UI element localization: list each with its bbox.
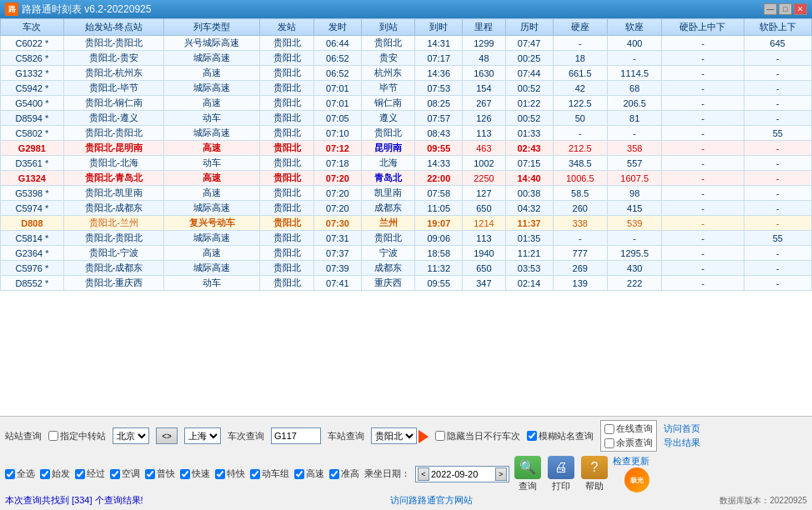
table-cell: 06:52 <box>313 51 361 66</box>
table-cell: 07:05 <box>313 111 361 126</box>
window-controls[interactable]: — □ ✕ <box>764 3 807 15</box>
table-cell: 14:33 <box>415 156 463 171</box>
table-row[interactable]: G2981贵阳北-昆明南高速贵阳北07:12昆明南09:5546302:4321… <box>1 141 812 156</box>
table-cell: 338 <box>553 216 607 231</box>
check-update-button[interactable]: 检查更新 <box>613 455 649 468</box>
table-row[interactable]: G2364 *贵阳北-宁波高速贵阳北07:37宁波18:58194011:217… <box>1 246 812 261</box>
all-select-group: 全选 <box>5 468 35 480</box>
start-checkbox[interactable] <box>40 469 50 479</box>
table-cell: C5974 * <box>1 201 64 216</box>
help-button[interactable]: ? 帮助 <box>581 456 608 492</box>
table-cell: 动车 <box>164 111 260 126</box>
table-row[interactable]: C5826 *贵阳北-贵安城际高速贵阳北06:52贵安07:174800:251… <box>1 51 812 66</box>
table-cell: - <box>662 231 744 246</box>
online-query-group: 在线查询 <box>604 422 653 435</box>
all-select-checkbox[interactable] <box>5 469 15 479</box>
table-cell: 14:36 <box>415 66 463 81</box>
train-number-input[interactable] <box>271 428 321 444</box>
table-row[interactable]: C6022 *贵阳北-贵阳北兴号城际高速贵阳北06:44贵阳北14:311299… <box>1 36 812 51</box>
table-row[interactable]: G1324贵阳北-青岛北高速贵阳北07:20青岛北22:00225014:401… <box>1 171 812 186</box>
table-cell: - <box>662 156 744 171</box>
station-select[interactable]: 贵阳北 <box>372 428 416 443</box>
transfer-checkbox[interactable] <box>48 431 58 441</box>
table-cell: - <box>662 96 744 111</box>
table-row[interactable]: C5814 *贵阳北-贵阳北城际高速贵阳北07:31贵阳北09:0611301:… <box>1 231 812 246</box>
table-cell: G1324 <box>1 171 64 186</box>
fuzzy-search-checkbox[interactable] <box>527 431 537 441</box>
query-button[interactable]: 🔍 查询 <box>514 456 541 492</box>
table-row[interactable]: D3561 *贵阳北-北海动车贵阳北07:18北海14:33100207:153… <box>1 156 812 171</box>
col-dur: 历时 <box>505 19 553 36</box>
quasi-checkbox[interactable] <box>329 469 339 479</box>
table-cell: - <box>662 246 744 261</box>
table-cell: 03:53 <box>505 261 553 276</box>
date-input[interactable] <box>431 469 494 479</box>
query-icon: 🔍 <box>514 456 541 479</box>
to-station-wrap[interactable]: 上海 <box>184 428 221 444</box>
table-row[interactable]: G5398 *贵阳北-凯里南高速贵阳北07:20凯里南07:5812700:38… <box>1 186 812 201</box>
table-row[interactable]: C5974 *贵阳北-成都东城际高速贵阳北07:20成都东11:0565004:… <box>1 201 812 216</box>
from-station-select[interactable]: 北京 <box>113 428 148 443</box>
remain-ticket-checkbox[interactable] <box>604 438 614 448</box>
normal-checkbox[interactable] <box>145 469 155 479</box>
table-cell: 城际高速 <box>164 201 260 216</box>
table-cell: 18:58 <box>415 246 463 261</box>
table-cell: 高速 <box>164 171 260 186</box>
table-cell: 14:40 <box>505 171 553 186</box>
table-row[interactable]: C5976 *贵阳北-成都东城际高速贵阳北07:39成都东11:3265003:… <box>1 261 812 276</box>
export-result-link[interactable]: 导出结果 <box>664 437 700 449</box>
table-cell: - <box>662 201 744 216</box>
table-cell: G2981 <box>1 141 64 156</box>
maximize-button[interactable]: □ <box>779 3 792 15</box>
swap-button[interactable]: <> <box>156 428 178 444</box>
fuzzy-search-group: 模糊站名查询 <box>527 430 594 442</box>
table-cell: C5826 * <box>1 51 64 66</box>
ac-group: 空调 <box>110 468 140 480</box>
remain-ticket-label: 余票查询 <box>616 437 653 449</box>
table-cell: 07:58 <box>415 186 463 201</box>
date-prev-button[interactable]: < <box>418 468 429 481</box>
col-soft-seat: 软座 <box>607 19 661 36</box>
table-cell: 贵阳北-毕节 <box>63 81 164 96</box>
table-cell: 11:37 <box>505 216 553 231</box>
minimize-button[interactable]: — <box>764 3 777 15</box>
visit-homepage-link[interactable]: 访问首页 <box>664 422 700 435</box>
dyn-checkbox[interactable] <box>250 469 260 479</box>
station-select-wrap[interactable]: 贵阳北 <box>371 428 417 444</box>
table-row[interactable]: D8552 *贵阳北-重庆西动车贵阳北07:41重庆西09:5534702:14… <box>1 276 812 291</box>
website-link[interactable]: 访问路路通官方网站 <box>390 494 473 507</box>
table-cell: 贵阳北-贵阳北 <box>63 126 164 141</box>
table-cell-to: 贵安 <box>361 51 414 66</box>
print-button[interactable]: 🖨 打印 <box>548 456 574 492</box>
date-next-button[interactable]: > <box>495 468 507 481</box>
table-cell: 06:52 <box>313 66 361 81</box>
table-cell: 贵阳北 <box>260 81 313 96</box>
table-row[interactable]: G5400 *贵阳北-铜仁南高速贵阳北07:01铜仁南08:2526701:22… <box>1 96 812 111</box>
table-row[interactable]: G1332 *贵阳北-杭州东高速贵阳北06:52杭州东14:36163007:4… <box>1 66 812 81</box>
table-cell: 661.5 <box>553 66 607 81</box>
table-cell: 贵阳北 <box>260 201 313 216</box>
table-row[interactable]: D808贵阳北-兰州复兴号动车贵阳北07:30兰州19:07121411:373… <box>1 216 812 231</box>
to-station-select[interactable]: 上海 <box>185 428 220 443</box>
pass-checkbox[interactable] <box>75 469 85 479</box>
table-cell: 539 <box>607 216 661 231</box>
table-cell: 09:06 <box>415 231 463 246</box>
table-row[interactable]: C5802 *贵阳北-贵阳北城际高速贵阳北07:10贵阳北08:4311301:… <box>1 126 812 141</box>
table-cell: 贵阳北-宁波 <box>63 246 164 261</box>
high-checkbox[interactable] <box>294 469 304 479</box>
col-from: 发站 <box>260 19 313 36</box>
hide-cancelled-checkbox[interactable] <box>435 431 445 441</box>
table-row[interactable]: C5942 *贵阳北-毕节城际高速贵阳北07:01毕节07:5315400:52… <box>1 81 812 96</box>
online-query-checkbox[interactable] <box>604 424 614 434</box>
table-header-row: 车次 始发站-终点站 列车类型 发站 发时 到站 到时 里程 历时 硬座 软座 … <box>1 19 812 36</box>
table-cell: - <box>744 216 811 231</box>
close-button[interactable]: ✕ <box>794 3 807 15</box>
table-cell: 11:21 <box>505 246 553 261</box>
quick-checkbox[interactable] <box>180 469 190 479</box>
ac-checkbox[interactable] <box>110 469 120 479</box>
table-cell: - <box>662 276 744 291</box>
from-station-wrap[interactable]: 北京 <box>113 428 149 444</box>
table-cell: 07:31 <box>313 231 361 246</box>
special-checkbox[interactable] <box>215 469 225 479</box>
table-row[interactable]: D8594 *贵阳北-遵义动车贵阳北07:05遵义07:5712600:5250… <box>1 111 812 126</box>
